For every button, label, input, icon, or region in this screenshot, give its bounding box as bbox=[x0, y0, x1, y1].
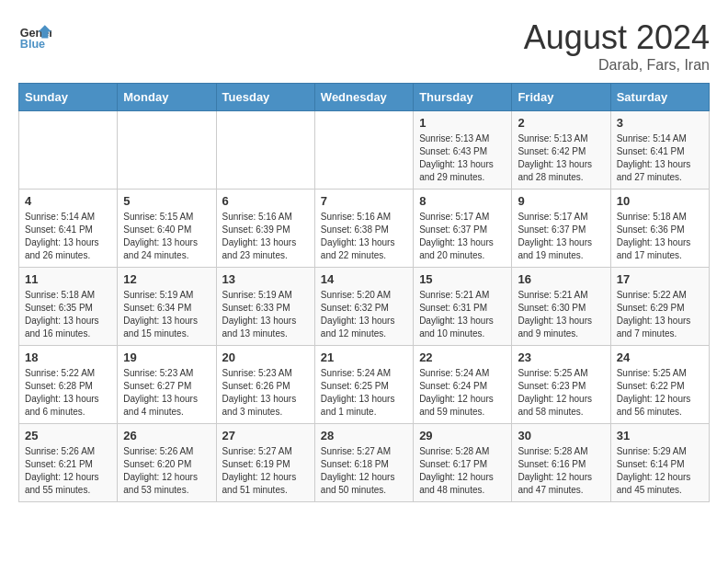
day-number: 4 bbox=[25, 194, 111, 208]
day-info: Sunrise: 5:18 AM Sunset: 6:36 PM Dayligh… bbox=[617, 211, 703, 262]
calendar-day-cell: 19Sunrise: 5:23 AM Sunset: 6:27 PM Dayli… bbox=[118, 346, 216, 424]
day-info: Sunrise: 5:19 AM Sunset: 6:33 PM Dayligh… bbox=[222, 289, 309, 340]
day-info: Sunrise: 5:17 AM Sunset: 6:37 PM Dayligh… bbox=[419, 211, 506, 262]
day-info: Sunrise: 5:23 AM Sunset: 6:27 PM Dayligh… bbox=[123, 367, 210, 419]
calendar-week-row: 11Sunrise: 5:18 AM Sunset: 6:35 PM Dayli… bbox=[19, 268, 710, 346]
day-number: 27 bbox=[222, 429, 309, 442]
day-number: 31 bbox=[617, 429, 703, 442]
day-info: Sunrise: 5:18 AM Sunset: 6:35 PM Dayligh… bbox=[25, 289, 111, 340]
calendar-day-cell: 7Sunrise: 5:16 AM Sunset: 6:38 PM Daylig… bbox=[314, 190, 413, 268]
day-info: Sunrise: 5:28 AM Sunset: 6:16 PM Dayligh… bbox=[518, 445, 604, 497]
calendar-day-cell: 25Sunrise: 5:26 AM Sunset: 6:21 PM Dayli… bbox=[19, 424, 118, 502]
day-info: Sunrise: 5:29 AM Sunset: 6:14 PM Dayligh… bbox=[617, 445, 703, 497]
day-info: Sunrise: 5:15 AM Sunset: 6:40 PM Dayligh… bbox=[123, 211, 210, 262]
day-number: 19 bbox=[123, 350, 210, 364]
weekday-header: Sunday bbox=[19, 84, 118, 111]
day-info: Sunrise: 5:14 AM Sunset: 6:41 PM Dayligh… bbox=[617, 132, 703, 184]
calendar-day-cell: 3Sunrise: 5:14 AM Sunset: 6:41 PM Daylig… bbox=[610, 111, 709, 190]
day-info: Sunrise: 5:24 AM Sunset: 6:24 PM Dayligh… bbox=[419, 367, 506, 419]
day-info: Sunrise: 5:22 AM Sunset: 6:28 PM Dayligh… bbox=[25, 367, 111, 419]
day-info: Sunrise: 5:16 AM Sunset: 6:39 PM Dayligh… bbox=[222, 211, 309, 262]
calendar-week-row: 1Sunrise: 5:13 AM Sunset: 6:43 PM Daylig… bbox=[19, 111, 710, 190]
day-info: Sunrise: 5:26 AM Sunset: 6:20 PM Dayligh… bbox=[123, 445, 210, 497]
day-number: 3 bbox=[617, 116, 703, 130]
calendar-day-cell: 22Sunrise: 5:24 AM Sunset: 6:24 PM Dayli… bbox=[414, 346, 512, 424]
calendar-day-cell: 17Sunrise: 5:22 AM Sunset: 6:29 PM Dayli… bbox=[610, 268, 709, 346]
day-number: 26 bbox=[123, 429, 210, 442]
calendar-week-row: 4Sunrise: 5:14 AM Sunset: 6:41 PM Daylig… bbox=[19, 190, 710, 268]
day-info: Sunrise: 5:23 AM Sunset: 6:26 PM Dayligh… bbox=[222, 367, 309, 419]
day-info: Sunrise: 5:27 AM Sunset: 6:18 PM Dayligh… bbox=[321, 445, 407, 497]
weekday-header: Thursday bbox=[414, 84, 512, 111]
day-number: 17 bbox=[617, 272, 703, 286]
calendar-day-cell: 6Sunrise: 5:16 AM Sunset: 6:39 PM Daylig… bbox=[216, 190, 314, 268]
calendar-day-cell: 13Sunrise: 5:19 AM Sunset: 6:33 PM Dayli… bbox=[216, 268, 314, 346]
day-number: 12 bbox=[123, 272, 210, 286]
day-number: 18 bbox=[25, 350, 111, 364]
day-number: 13 bbox=[222, 272, 309, 286]
day-number: 20 bbox=[222, 350, 309, 364]
day-number: 1 bbox=[419, 116, 506, 130]
calendar-day-cell: 29Sunrise: 5:28 AM Sunset: 6:17 PM Dayli… bbox=[414, 424, 512, 502]
logo-icon: General Blue bbox=[18, 18, 51, 52]
day-info: Sunrise: 5:27 AM Sunset: 6:19 PM Dayligh… bbox=[222, 445, 309, 497]
calendar-day-cell: 1Sunrise: 5:13 AM Sunset: 6:43 PM Daylig… bbox=[414, 111, 512, 190]
day-info: Sunrise: 5:25 AM Sunset: 6:23 PM Dayligh… bbox=[518, 367, 604, 419]
page-header: General Blue August 2024 Darab, Fars, Ir… bbox=[18, 18, 710, 74]
weekday-header: Saturday bbox=[610, 84, 709, 111]
calendar-day-cell bbox=[19, 111, 118, 190]
calendar-day-cell: 24Sunrise: 5:25 AM Sunset: 6:22 PM Dayli… bbox=[610, 346, 709, 424]
day-info: Sunrise: 5:26 AM Sunset: 6:21 PM Dayligh… bbox=[25, 445, 111, 497]
day-info: Sunrise: 5:17 AM Sunset: 6:37 PM Dayligh… bbox=[518, 211, 604, 262]
calendar-day-cell: 31Sunrise: 5:29 AM Sunset: 6:14 PM Dayli… bbox=[610, 424, 709, 502]
day-number: 15 bbox=[419, 272, 506, 286]
calendar-day-cell: 20Sunrise: 5:23 AM Sunset: 6:26 PM Dayli… bbox=[216, 346, 314, 424]
day-info: Sunrise: 5:24 AM Sunset: 6:25 PM Dayligh… bbox=[321, 367, 407, 419]
calendar-day-cell bbox=[216, 111, 314, 190]
day-number: 8 bbox=[419, 194, 506, 208]
calendar-day-cell bbox=[118, 111, 216, 190]
calendar-day-cell: 30Sunrise: 5:28 AM Sunset: 6:16 PM Dayli… bbox=[512, 424, 610, 502]
day-number: 28 bbox=[321, 429, 407, 442]
calendar-day-cell: 23Sunrise: 5:25 AM Sunset: 6:23 PM Dayli… bbox=[512, 346, 610, 424]
month-year-title: August 2024 bbox=[524, 18, 710, 57]
day-info: Sunrise: 5:14 AM Sunset: 6:41 PM Dayligh… bbox=[25, 211, 111, 262]
calendar-day-cell: 10Sunrise: 5:18 AM Sunset: 6:36 PM Dayli… bbox=[610, 190, 709, 268]
day-number: 6 bbox=[222, 194, 309, 208]
day-info: Sunrise: 5:21 AM Sunset: 6:31 PM Dayligh… bbox=[419, 289, 506, 340]
calendar-week-row: 18Sunrise: 5:22 AM Sunset: 6:28 PM Dayli… bbox=[19, 346, 710, 424]
day-number: 7 bbox=[321, 194, 407, 208]
day-number: 29 bbox=[419, 429, 506, 442]
calendar-day-cell: 5Sunrise: 5:15 AM Sunset: 6:40 PM Daylig… bbox=[118, 190, 216, 268]
day-number: 22 bbox=[419, 350, 506, 364]
calendar-day-cell: 16Sunrise: 5:21 AM Sunset: 6:30 PM Dayli… bbox=[512, 268, 610, 346]
calendar-day-cell: 26Sunrise: 5:26 AM Sunset: 6:20 PM Dayli… bbox=[118, 424, 216, 502]
svg-text:Blue: Blue bbox=[20, 38, 45, 51]
day-number: 11 bbox=[25, 272, 111, 286]
calendar-day-cell: 15Sunrise: 5:21 AM Sunset: 6:31 PM Dayli… bbox=[414, 268, 512, 346]
day-number: 25 bbox=[25, 429, 111, 442]
day-info: Sunrise: 5:25 AM Sunset: 6:22 PM Dayligh… bbox=[617, 367, 703, 419]
weekday-header: Monday bbox=[118, 84, 216, 111]
weekday-header: Friday bbox=[512, 84, 610, 111]
calendar-day-cell: 14Sunrise: 5:20 AM Sunset: 6:32 PM Dayli… bbox=[314, 268, 413, 346]
day-info: Sunrise: 5:21 AM Sunset: 6:30 PM Dayligh… bbox=[518, 289, 604, 340]
day-number: 21 bbox=[321, 350, 407, 364]
day-info: Sunrise: 5:19 AM Sunset: 6:34 PM Dayligh… bbox=[123, 289, 210, 340]
calendar-day-cell: 18Sunrise: 5:22 AM Sunset: 6:28 PM Dayli… bbox=[19, 346, 118, 424]
day-number: 10 bbox=[617, 194, 703, 208]
day-info: Sunrise: 5:22 AM Sunset: 6:29 PM Dayligh… bbox=[617, 289, 703, 340]
calendar-day-cell bbox=[314, 111, 413, 190]
calendar-day-cell: 4Sunrise: 5:14 AM Sunset: 6:41 PM Daylig… bbox=[19, 190, 118, 268]
day-number: 23 bbox=[518, 350, 604, 364]
weekday-header: Wednesday bbox=[314, 84, 413, 111]
day-info: Sunrise: 5:16 AM Sunset: 6:38 PM Dayligh… bbox=[321, 211, 407, 262]
day-number: 9 bbox=[518, 194, 604, 208]
calendar-day-cell: 8Sunrise: 5:17 AM Sunset: 6:37 PM Daylig… bbox=[414, 190, 512, 268]
location-subtitle: Darab, Fars, Iran bbox=[524, 57, 710, 74]
calendar-day-cell: 28Sunrise: 5:27 AM Sunset: 6:18 PM Dayli… bbox=[314, 424, 413, 502]
calendar-day-cell: 11Sunrise: 5:18 AM Sunset: 6:35 PM Dayli… bbox=[19, 268, 118, 346]
calendar-day-cell: 21Sunrise: 5:24 AM Sunset: 6:25 PM Dayli… bbox=[314, 346, 413, 424]
logo: General Blue bbox=[18, 18, 51, 52]
day-number: 14 bbox=[321, 272, 407, 286]
